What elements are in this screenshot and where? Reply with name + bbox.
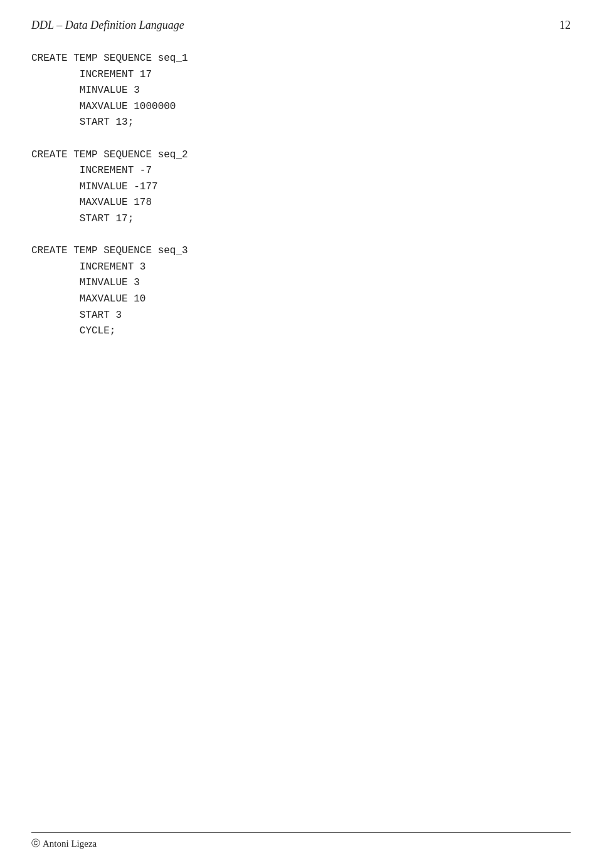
footer-author: Antoni Ligeza bbox=[43, 839, 97, 849]
code-line: MAXVALUE 10 bbox=[31, 293, 145, 305]
page-number: 12 bbox=[559, 19, 571, 32]
code-line: CREATE TEMP SEQUENCE seq_3 bbox=[31, 245, 188, 256]
code-line: CREATE TEMP SEQUENCE seq_2 bbox=[31, 149, 188, 160]
page-footer: ⓒ Antoni Ligeza bbox=[31, 832, 571, 849]
copyright-icon: ⓒ bbox=[31, 838, 40, 849]
code-line: MINVALUE 3 bbox=[31, 277, 140, 288]
page-container: DDL – Data Definition Language 12 CREATE… bbox=[0, 0, 602, 868]
code-line: INCREMENT -7 bbox=[31, 165, 152, 176]
code-block: CREATE TEMP SEQUENCE seq_1 INCREMENT 17 … bbox=[31, 51, 571, 340]
code-line: CREATE TEMP SEQUENCE seq_1 bbox=[31, 53, 188, 64]
code-line: INCREMENT 3 bbox=[31, 261, 145, 273]
page-header: DDL – Data Definition Language 12 bbox=[31, 19, 571, 32]
code-line: MINVALUE 3 bbox=[31, 85, 140, 96]
code-line: START 13; bbox=[31, 117, 134, 128]
code-line: CYCLE; bbox=[31, 325, 115, 337]
code-line: MAXVALUE 178 bbox=[31, 197, 152, 208]
code-line: MINVALUE -177 bbox=[31, 181, 158, 192]
code-line: INCREMENT 17 bbox=[31, 69, 152, 80]
page-title: DDL – Data Definition Language bbox=[31, 19, 184, 32]
code-line: START 3 bbox=[31, 310, 122, 321]
code-line: START 17; bbox=[31, 213, 134, 224]
code-line: MAXVALUE 1000000 bbox=[31, 101, 176, 112]
